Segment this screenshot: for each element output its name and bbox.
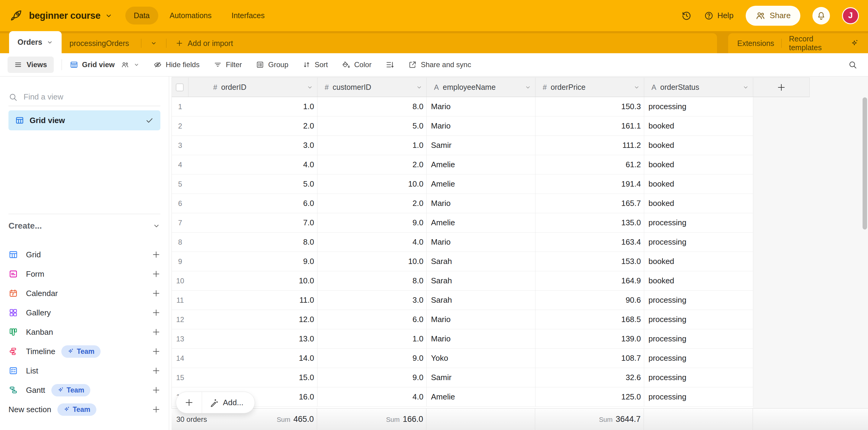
- row-number-cell[interactable]: 14: [172, 349, 188, 368]
- cell-orderID[interactable]: 7.0: [188, 213, 317, 232]
- sum-orderPrice[interactable]: Sum 3644.7: [599, 414, 641, 424]
- cell-orderID[interactable]: 13.0: [188, 329, 317, 348]
- summary-cell-orderStatus[interactable]: [644, 408, 753, 430]
- find-view-input[interactable]: Find a view: [8, 88, 160, 106]
- cell-customerID[interactable]: 4.0: [317, 233, 427, 252]
- cell-employeeName[interactable]: Samir: [427, 136, 535, 155]
- cell-orderStatus[interactable]: booked: [644, 116, 753, 136]
- nav-tab-automations[interactable]: Automations: [161, 7, 220, 25]
- row-number-cell[interactable]: 15: [172, 368, 188, 387]
- cell-employeeName[interactable]: Sarah: [427, 271, 535, 290]
- cell-customerID[interactable]: 1.0: [317, 329, 427, 348]
- create-section-header[interactable]: Create...: [8, 218, 160, 234]
- cell-orderPrice[interactable]: 139.0: [535, 329, 644, 348]
- cell-orderStatus[interactable]: booked: [644, 174, 753, 194]
- cell-orderID[interactable]: 8.0: [188, 233, 317, 252]
- row-number-cell[interactable]: 6: [172, 194, 188, 213]
- cell-orderID[interactable]: 12.0: [188, 310, 317, 329]
- row-number-cell[interactable]: 1: [172, 97, 188, 116]
- cell-orderPrice[interactable]: 135.0: [535, 213, 644, 232]
- cell-orderPrice[interactable]: 125.0: [535, 388, 644, 406]
- cell-employeeName[interactable]: Mario: [427, 97, 535, 116]
- row-number-cell[interactable]: 13: [172, 329, 188, 348]
- help-button[interactable]: Help: [704, 11, 733, 21]
- row-number-cell[interactable]: 9: [172, 252, 188, 271]
- cell-employeeName[interactable]: Samir: [427, 368, 535, 387]
- cell-orderPrice[interactable]: 165.7: [535, 194, 644, 213]
- cell-orderID[interactable]: 3.0: [188, 136, 317, 155]
- chevron-down-icon[interactable]: [46, 39, 53, 46]
- cell-customerID[interactable]: 3.0: [317, 291, 427, 310]
- create-item-timeline[interactable]: TimelineTeam: [8, 342, 160, 361]
- cell-orderID[interactable]: 10.0: [188, 271, 317, 290]
- cell-customerID[interactable]: 2.0: [317, 155, 427, 174]
- cell-orderStatus[interactable]: booked: [644, 271, 753, 290]
- cell-employeeName[interactable]: Amelie: [427, 213, 535, 232]
- cell-employeeName[interactable]: Amelie: [427, 174, 535, 194]
- cell-employeeName[interactable]: Mario: [427, 329, 535, 348]
- cell-orderStatus[interactable]: booked: [644, 252, 753, 271]
- column-header-orderStatus[interactable]: AorderStatus: [644, 78, 753, 97]
- filter-button[interactable]: Filter: [214, 60, 242, 69]
- table-list-dropdown[interactable]: [146, 40, 162, 47]
- cell-customerID[interactable]: 5.0: [317, 116, 427, 136]
- row-number-cell[interactable]: 12: [172, 310, 188, 329]
- cell-orderPrice[interactable]: 168.5: [535, 310, 644, 329]
- cell-orderPrice[interactable]: 111.2: [535, 136, 644, 155]
- create-item-gallery[interactable]: Gallery: [8, 303, 160, 322]
- row-number-cell[interactable]: 10: [172, 271, 188, 290]
- cell-orderPrice[interactable]: 191.4: [535, 174, 644, 194]
- create-item-gantt[interactable]: GanttTeam: [8, 380, 160, 400]
- column-header-employeeName[interactable]: AemployeeName: [427, 78, 535, 97]
- cell-orderStatus[interactable]: processing: [644, 368, 753, 387]
- share-and-sync-button[interactable]: Share and sync: [408, 60, 471, 69]
- cell-employeeName[interactable]: Mario: [427, 116, 535, 136]
- sort-button[interactable]: Sort: [302, 60, 328, 69]
- cell-customerID[interactable]: 9.0: [317, 213, 427, 232]
- cell-orderStatus[interactable]: booked: [644, 155, 753, 174]
- cell-employeeName[interactable]: Amelie: [427, 155, 535, 174]
- row-number-cell[interactable]: 3: [172, 136, 188, 155]
- cell-customerID[interactable]: 9.0: [317, 349, 427, 368]
- cell-orderPrice[interactable]: 90.6: [535, 291, 644, 310]
- nav-tab-interfaces[interactable]: Interfaces: [223, 7, 273, 25]
- nav-tab-data[interactable]: Data: [125, 7, 158, 25]
- cell-orderStatus[interactable]: processing: [644, 213, 753, 232]
- cell-orderPrice[interactable]: 163.4: [535, 233, 644, 252]
- cell-customerID[interactable]: 2.0: [317, 194, 427, 213]
- cell-orderStatus[interactable]: processing: [644, 97, 753, 116]
- cell-orderPrice[interactable]: 161.1: [535, 116, 644, 136]
- cell-orderID[interactable]: 14.0: [188, 349, 317, 368]
- user-avatar[interactable]: J: [842, 7, 859, 24]
- cell-orderID[interactable]: 6.0: [188, 194, 317, 213]
- share-button[interactable]: Share: [746, 6, 800, 26]
- cell-orderID[interactable]: 5.0: [188, 174, 317, 194]
- cell-orderStatus[interactable]: processing: [644, 329, 753, 348]
- add-field-button[interactable]: [753, 78, 810, 97]
- cell-orderPrice[interactable]: 150.3: [535, 97, 644, 116]
- create-item-grid[interactable]: Grid: [8, 245, 160, 264]
- cell-orderStatus[interactable]: booked: [644, 194, 753, 213]
- cell-employeeName[interactable]: Mario: [427, 233, 535, 252]
- extensions-button[interactable]: Extensions: [734, 39, 777, 48]
- cell-customerID[interactable]: 4.0: [317, 388, 427, 406]
- cell-employeeName[interactable]: Mario: [427, 310, 535, 329]
- select-all-cell[interactable]: [172, 78, 188, 97]
- column-header-customerID[interactable]: #customerID: [317, 78, 427, 97]
- column-header-orderID[interactable]: #orderID: [188, 78, 317, 97]
- notifications-button[interactable]: [812, 7, 830, 25]
- sum-customerID[interactable]: Sum 166.0: [386, 414, 423, 424]
- color-button[interactable]: Color: [342, 60, 371, 69]
- cell-employeeName[interactable]: Sarah: [427, 252, 535, 271]
- select-all-checkbox[interactable]: [176, 83, 184, 91]
- cell-customerID[interactable]: 8.0: [317, 97, 427, 116]
- cell-orderStatus[interactable]: processing: [644, 388, 753, 406]
- row-height-button[interactable]: [385, 60, 395, 69]
- cell-customerID[interactable]: 6.0: [317, 310, 427, 329]
- cell-customerID[interactable]: 10.0: [317, 174, 427, 194]
- row-number-cell[interactable]: 4: [172, 155, 188, 174]
- cell-customerID[interactable]: 1.0: [317, 136, 427, 155]
- cell-orderID[interactable]: 1.0: [188, 97, 317, 116]
- cell-orderPrice[interactable]: 32.6: [535, 368, 644, 387]
- cell-orderPrice[interactable]: 108.7: [535, 349, 644, 368]
